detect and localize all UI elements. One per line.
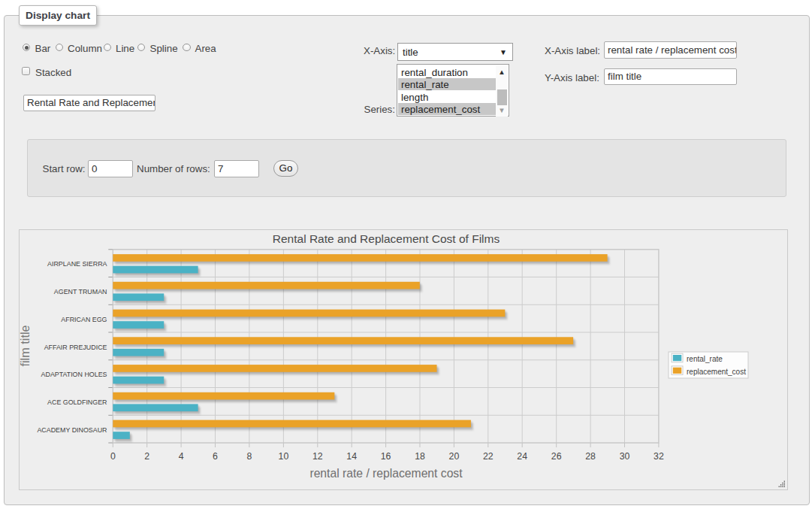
svg-text:32: 32 xyxy=(654,451,664,462)
svg-text:28: 28 xyxy=(585,451,596,462)
svg-text:AIRPLANE SIERRA: AIRPLANE SIERRA xyxy=(47,260,107,268)
svg-text:4: 4 xyxy=(179,451,184,462)
svg-text:6: 6 xyxy=(213,451,218,462)
svg-text:8: 8 xyxy=(246,451,252,462)
svg-text:AGENT TRUMAN: AGENT TRUMAN xyxy=(54,288,107,295)
svg-text:0: 0 xyxy=(110,451,116,462)
svg-text:22: 22 xyxy=(483,451,494,462)
svg-text:ACADEMY DINOSAUR: ACADEMY DINOSAUR xyxy=(37,426,107,434)
svg-text:24: 24 xyxy=(517,451,527,462)
svg-text:film title: film title xyxy=(20,325,32,366)
svg-text:26: 26 xyxy=(551,451,562,462)
svg-text:ACE GOLDFINGER: ACE GOLDFINGER xyxy=(47,398,107,406)
svg-text:2: 2 xyxy=(144,451,149,462)
svg-text:12: 12 xyxy=(312,451,323,462)
svg-text:14: 14 xyxy=(346,451,357,462)
svg-text:rental rate / replacement cost: rental rate / replacement cost xyxy=(309,467,463,480)
svg-text:rental_rate: rental_rate xyxy=(687,355,723,363)
svg-text:AFFAIR PREJUDICE: AFFAIR PREJUDICE xyxy=(44,344,107,351)
svg-text:20: 20 xyxy=(449,451,460,462)
svg-text:18: 18 xyxy=(415,451,425,462)
svg-text:replacement_cost: replacement_cost xyxy=(687,368,746,376)
svg-text:ADAPTATION HOLES: ADAPTATION HOLES xyxy=(41,371,107,378)
svg-text:30: 30 xyxy=(620,451,630,462)
svg-text:16: 16 xyxy=(381,451,391,462)
svg-text:10: 10 xyxy=(279,451,289,462)
svg-text:AFRICAN EGG: AFRICAN EGG xyxy=(61,316,107,323)
svg-text:Rental Rate and Replacement Co: Rental Rate and Replacement Cost of Film… xyxy=(273,232,500,245)
